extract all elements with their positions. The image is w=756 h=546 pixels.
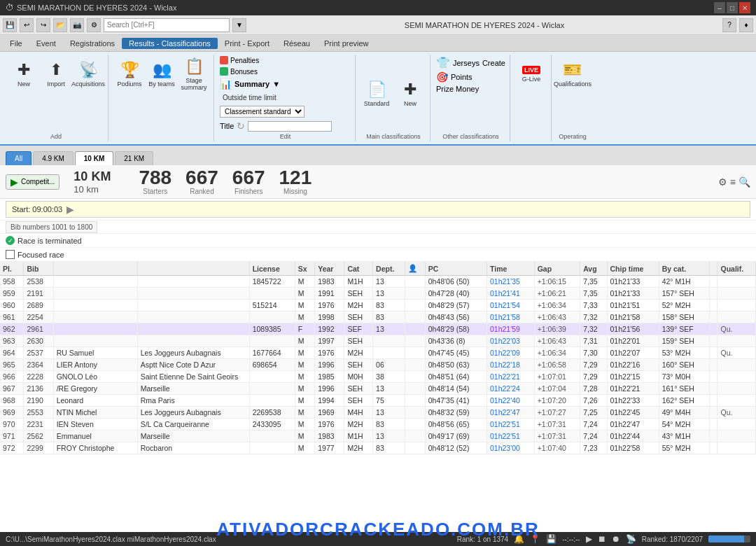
cell-bycat: 158° SEH xyxy=(659,312,709,323)
menu-results[interactable]: Results - Classifications xyxy=(122,38,218,49)
cell-year: 1985 xyxy=(315,371,344,383)
tab-10km[interactable]: 10 KM xyxy=(75,151,113,165)
results-table-container[interactable]: Pl. Bib License Sx Year Cat Dept. 👤 PC T… xyxy=(0,262,756,532)
cell-license: 1677664 xyxy=(249,347,295,359)
focused-checkbox[interactable] xyxy=(6,250,15,259)
search-results-icon[interactable]: 🔍 xyxy=(738,176,750,188)
cell-pl: 961 xyxy=(0,312,24,323)
cell-cat: SEH xyxy=(344,335,373,347)
glive-button[interactable]: LIVE G-Live xyxy=(516,56,547,92)
cell-cat: SEH xyxy=(344,395,373,407)
header-actions: ⚙ ≡ 🔍 xyxy=(718,176,750,188)
cell-icon xyxy=(405,347,426,359)
race-status-box: ✓ Race is terminated xyxy=(6,236,750,245)
import-button[interactable]: ⬆ Import xyxy=(41,56,71,92)
col-icon: 👤 xyxy=(405,262,426,276)
cell-gap: +1:06:58 xyxy=(534,359,580,371)
cell-pl: 971 xyxy=(0,430,24,442)
cell-bycat: 159° SEH xyxy=(659,335,709,347)
cell-dept: 83 xyxy=(373,312,405,323)
by-teams-button[interactable]: 👥 By teams xyxy=(146,56,177,92)
cell-avg: 7,32 xyxy=(580,323,607,335)
cell-note xyxy=(709,312,718,323)
outside-time-button[interactable]: Outside time limit xyxy=(220,92,351,103)
menu-file[interactable]: File xyxy=(3,38,29,49)
camera-quick-button[interactable]: 📷 xyxy=(70,18,84,32)
cell-chip: 01h21'51 xyxy=(607,300,659,312)
cell-note xyxy=(709,300,718,312)
starters-value: 788 xyxy=(139,168,172,188)
stage-summary-button[interactable]: 📋 Stage summary xyxy=(178,56,209,92)
save-quick-button[interactable]: 💾 xyxy=(3,18,17,32)
cell-dept: 06 xyxy=(373,359,405,371)
col-note xyxy=(709,262,718,276)
user-button[interactable]: ♦ xyxy=(739,18,753,32)
maximize-button[interactable]: □ xyxy=(727,2,738,13)
refresh-icon[interactable]: ↻ xyxy=(237,120,245,132)
cell-club xyxy=(137,335,249,347)
undo-quick-button[interactable]: ↩ xyxy=(20,18,34,32)
cell-chip: 01h22'45 xyxy=(607,407,659,419)
qualifications-label: Qualifications xyxy=(554,80,592,88)
cell-license: 2433095 xyxy=(249,419,295,430)
acquisitions-button[interactable]: 📡 Acquisitions xyxy=(73,56,104,92)
start-time-box: Start: 09:00:03 ▶ xyxy=(6,201,750,218)
cell-dept xyxy=(373,347,405,359)
cell-name: FROY Christophe xyxy=(53,442,137,454)
qualifications-button[interactable]: 🎫 Qualifications xyxy=(557,56,588,92)
cell-gap: +1:07:27 xyxy=(534,407,580,419)
redo-quick-button[interactable]: ↪ xyxy=(36,18,50,32)
col-qualif: Qualif. xyxy=(718,262,756,276)
cell-club: Rma Paris xyxy=(137,395,249,407)
menu-event[interactable]: Event xyxy=(29,38,63,49)
cell-gap: +1:07:04 xyxy=(534,383,580,395)
status-bar: C:\U...\SemiMarathonHyeres2024.clax miMa… xyxy=(0,532,756,546)
tab-all[interactable]: All xyxy=(6,151,31,165)
cell-icon xyxy=(405,359,426,371)
bonus-green-dot xyxy=(220,67,228,76)
col-cat: Cat xyxy=(344,262,373,276)
open-quick-button[interactable]: 📂 xyxy=(53,18,67,32)
settings-quick-button[interactable]: ⚙ xyxy=(87,18,101,32)
podiums-button[interactable]: 🏆 Podiums xyxy=(114,56,145,92)
cell-bib: 2630 xyxy=(24,335,53,347)
minimize-button[interactable]: – xyxy=(714,2,725,13)
title-bar-controls: – □ ✕ xyxy=(714,2,750,13)
classement-select[interactable]: Classement standard xyxy=(220,106,304,118)
help-button[interactable]: ? xyxy=(722,18,736,32)
cell-time: 01h21'58 xyxy=(486,312,534,323)
cell-sx: M xyxy=(295,347,314,359)
summary-dropdown-arrow[interactable]: ▼ xyxy=(272,80,280,88)
focused-race-row: Focused race xyxy=(0,248,756,262)
title-field-label: Title xyxy=(220,122,234,130)
penalties-label: Penalties xyxy=(230,57,259,64)
competition-badge: ▶ Competit... xyxy=(6,174,59,190)
menu-print-export[interactable]: Print - Export xyxy=(218,38,276,49)
filter-icon[interactable]: ⚙ xyxy=(718,176,727,188)
cell-time: 01h21'41 xyxy=(486,288,534,300)
cell-dept: 13 xyxy=(373,276,405,288)
antenna-status-icon: 📡 xyxy=(626,534,636,544)
search-input[interactable] xyxy=(104,18,230,32)
search-button[interactable]: ▼ xyxy=(232,18,246,32)
cell-chip: 01h22'16 xyxy=(607,359,659,371)
cell-note xyxy=(709,430,718,442)
new-class-button[interactable]: ✚ New xyxy=(395,76,426,112)
tab-4km[interactable]: 4.9 KM xyxy=(33,151,74,165)
close-button[interactable]: ✕ xyxy=(739,2,750,13)
start-time-play[interactable]: ▶ xyxy=(66,204,74,215)
menu-reseau[interactable]: Réseau xyxy=(276,38,317,49)
columns-icon[interactable]: ≡ xyxy=(730,176,736,188)
cell-chip: 01h21'58 xyxy=(607,312,659,323)
menu-print-preview[interactable]: Print preview xyxy=(317,38,376,49)
menu-registrations[interactable]: Registrations xyxy=(63,38,122,49)
cell-name xyxy=(53,323,137,335)
new-button[interactable]: ✚ New xyxy=(8,56,39,92)
cell-dept: 83 xyxy=(373,419,405,430)
standard-class-button[interactable]: 📄 Standard xyxy=(361,76,392,112)
cell-cat: M2H xyxy=(344,442,373,454)
save-status-icon: 💾 xyxy=(546,534,556,544)
tab-21km[interactable]: 21 KM xyxy=(115,151,153,165)
title-input[interactable] xyxy=(248,121,332,132)
cell-qualif: Qu. xyxy=(718,347,756,359)
